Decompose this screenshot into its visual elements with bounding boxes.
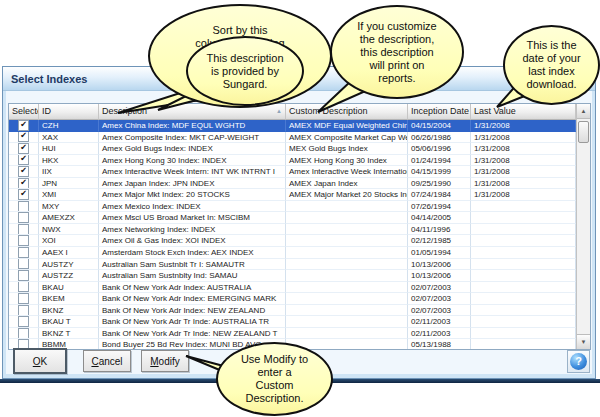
cell-description: Amex Gold Bugs Index: INDEX <box>99 143 286 155</box>
cell-last-value: 1/31/2008 <box>471 120 576 132</box>
cell-id: XMI <box>39 189 99 201</box>
vertical-scrollbar[interactable]: ▲ ▼ <box>576 104 590 349</box>
checkbox-unchecked-icon[interactable] <box>18 235 29 246</box>
checkbox-unchecked-icon[interactable] <box>18 247 29 258</box>
checkbox-checked-icon[interactable]: ✔ <box>18 132 29 143</box>
cell-custom-description: AMEX Composite Market Cap Weighted <box>286 132 408 144</box>
cell-last-value <box>471 201 576 213</box>
checkbox-unchecked-icon[interactable] <box>18 293 29 304</box>
ok-button-label: OK <box>33 356 47 367</box>
column-header-selected[interactable]: Selected <box>9 104 39 120</box>
table-row[interactable]: ✔XAXAmex Composite Index: MKT CAP-WEIGHT… <box>9 132 576 144</box>
cell-inception-date: 06/26/1986 <box>408 132 471 144</box>
cell-id: IIX <box>39 166 99 178</box>
table-row[interactable]: NWXAmex Networking Index: INDEX04/11/199… <box>9 224 576 236</box>
cell-custom-description: AMEX Hong Kong 30 Index <box>286 155 408 167</box>
cell-last-value <box>471 328 576 340</box>
dialog-title: Select Indexes <box>11 73 87 85</box>
checkbox-checked-icon[interactable]: ✔ <box>18 166 29 177</box>
table-row[interactable]: AAEX IAmsterdam Stock Exch Index: AEX IN… <box>9 247 576 259</box>
callout-sungard-description: This description is provided by Sungard. <box>186 36 304 106</box>
checkbox-unchecked-icon[interactable] <box>18 259 29 270</box>
column-header-last-value[interactable]: Last Value <box>471 104 576 120</box>
cell-custom-description <box>286 259 408 271</box>
table-row[interactable]: ✔JPNAmex Japan Index: JPN INDEXAMEX Japa… <box>9 178 576 190</box>
cell-last-value <box>471 293 576 305</box>
checkbox-checked-icon[interactable]: ✔ <box>18 178 29 189</box>
table-row[interactable]: ✔HKXAmex Hong Kong 30 Index: INDEXAMEX H… <box>9 155 576 167</box>
table-row[interactable]: BKNZBank Of New York Adr Index: NEW ZEAL… <box>9 305 576 317</box>
table-row[interactable]: BKEMBank Of New York Adr Index: EMERGING… <box>9 293 576 305</box>
scroll-up-icon[interactable]: ▲ <box>577 104 590 119</box>
help-button[interactable]: ? <box>567 350 590 373</box>
cell-custom-description: Amex Interactive Week International Ind <box>286 166 408 178</box>
cell-id: BKNZ <box>39 305 99 317</box>
table-row[interactable]: ✔HUIAmex Gold Bugs Index: INDEXMEX Gold … <box>9 143 576 155</box>
cell-inception-date: 02/11/2003 <box>408 316 471 328</box>
checkbox-unchecked-icon[interactable] <box>18 212 29 223</box>
cell-inception-date: 04/15/2004 <box>408 120 471 132</box>
modify-button[interactable]: Modify <box>141 350 189 372</box>
cell-last-value: 1/31/2008 <box>471 189 576 201</box>
cell-selected <box>9 259 39 271</box>
cancel-button[interactable]: Cancel <box>83 350 131 372</box>
checkbox-unchecked-icon[interactable] <box>18 270 29 281</box>
cell-custom-description <box>286 247 408 259</box>
cell-id: AUSTZY <box>39 259 99 271</box>
cell-id: AMEXZX <box>39 212 99 224</box>
cell-description: Amex Networking Index: INDEX <box>99 224 286 236</box>
checkbox-unchecked-icon[interactable] <box>18 316 29 327</box>
cell-selected <box>9 316 39 328</box>
table-row[interactable]: ✔IIXAmex Interactive Week Intern: INT WK… <box>9 166 576 178</box>
table-row[interactable]: BKAU TBank Of New York Adr Tr Inde: AUST… <box>9 316 576 328</box>
table-row[interactable]: BKNZ TBank Of New York Adr Tr Inde: NEW … <box>9 328 576 340</box>
checkbox-checked-icon[interactable]: ✔ <box>18 143 29 154</box>
scroll-down-icon[interactable]: ▼ <box>577 334 590 349</box>
cell-inception-date: 02/07/2003 <box>408 293 471 305</box>
cell-selected: ✔ <box>9 143 39 155</box>
cell-selected <box>9 282 39 294</box>
ok-button[interactable]: OK <box>13 348 67 374</box>
cell-id: XOI <box>39 235 99 247</box>
table-row[interactable]: AUSTZZAustralian Sam Sustnblty Ind: SAMA… <box>9 270 576 282</box>
cell-id: JPN <box>39 178 99 190</box>
cell-selected <box>9 224 39 236</box>
checkbox-unchecked-icon[interactable] <box>18 201 29 212</box>
callout-custom-description: If you customize the description, this d… <box>330 5 464 99</box>
table-row[interactable]: MXYAmex Mexico Index: INDEX07/26/1994 <box>9 201 576 213</box>
select-indexes-dialog: Select Indexes Selected ID Description▲ … <box>2 66 596 379</box>
checkbox-unchecked-icon[interactable] <box>18 305 29 316</box>
checkbox-checked-icon[interactable]: ✔ <box>18 155 29 166</box>
cell-description: Amex Major Mkt Index: 20 STOCKS <box>99 189 286 201</box>
cell-selected <box>9 293 39 305</box>
cell-last-value <box>471 339 576 349</box>
cell-inception-date: 05/13/1988 <box>408 339 471 349</box>
cell-description: Bank Of New York Adr Index: EMERGING MAR… <box>99 293 286 305</box>
indexes-grid: Selected ID Description▲ Custom Descript… <box>8 103 591 350</box>
checkbox-unchecked-icon[interactable] <box>18 282 29 293</box>
checkbox-checked-icon[interactable]: ✔ <box>18 189 29 200</box>
checkbox-unchecked-icon[interactable] <box>18 328 29 339</box>
cell-selected <box>9 247 39 259</box>
cell-description: Amex Hong Kong 30 Index: INDEX <box>99 155 286 167</box>
column-header-id[interactable]: ID <box>39 104 99 120</box>
table-row[interactable]: AMEXZXAmex Msci US Broad Market In: MSCI… <box>9 212 576 224</box>
column-header-inception-date[interactable]: Inception Date <box>408 104 471 120</box>
cell-custom-description: AMEX MDF Equal Weighted China Index <box>286 120 408 132</box>
table-row[interactable]: ✔XMIAmex Major Mkt Index: 20 STOCKSAMEX … <box>9 189 576 201</box>
table-row[interactable]: XOIAmex Oil & Gas Index: XOI INDEX02/12/… <box>9 235 576 247</box>
column-header-custom-description[interactable]: Custom Description <box>286 104 408 120</box>
help-icon: ? <box>570 353 587 370</box>
table-row[interactable]: AUSTZYAustralian Sam Sustnblt Tr I: SAMA… <box>9 259 576 271</box>
cell-id: AAEX I <box>39 247 99 259</box>
table-row[interactable]: ✔CZHAmex China Index: MDF EQUL WGHTDAMEX… <box>9 120 576 132</box>
cell-description: Amex Interactive Week Intern: INT WK INT… <box>99 166 286 178</box>
cell-custom-description: AMEX Japan Index <box>286 178 408 190</box>
cell-last-value: 1/31/2008 <box>471 155 576 167</box>
scrollbar-thumb[interactable] <box>578 121 589 143</box>
cancel-button-label: Cancel <box>91 356 122 367</box>
checkbox-checked-icon[interactable]: ✔ <box>18 120 29 131</box>
table-row[interactable]: BKAUBank Of New York Adr Index: AUSTRALI… <box>9 282 576 294</box>
cell-selected: ✔ <box>9 166 39 178</box>
checkbox-unchecked-icon[interactable] <box>18 224 29 235</box>
